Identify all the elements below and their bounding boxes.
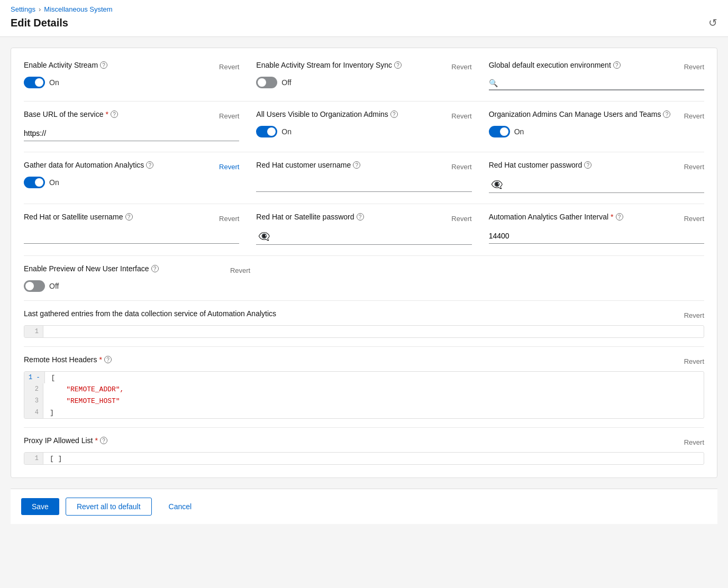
field-org-admins-manage: Organization Admins Can Manage Users and…: [489, 110, 704, 141]
revert-gather-interval[interactable]: Revert: [684, 215, 704, 223]
toggle-inventory-sync[interactable]: [256, 77, 277, 88]
revert-remote-host[interactable]: Revert: [684, 357, 704, 365]
info-icon-proxy-ip[interactable]: ?: [100, 437, 107, 444]
info-icon-org-admins[interactable]: ?: [663, 111, 670, 118]
revert-rh-username[interactable]: Revert: [451, 163, 471, 171]
toggle-password-visibility-sat[interactable]: 👁‍🗨: [256, 228, 272, 244]
info-icon-activity-stream[interactable]: ?: [100, 61, 107, 69]
revert-org-admins[interactable]: Revert: [684, 112, 704, 120]
revert-activity-stream[interactable]: Revert: [219, 63, 239, 71]
revert-base-url[interactable]: Revert: [219, 112, 239, 120]
revert-sat-username[interactable]: Revert: [219, 215, 239, 223]
revert-preview-ui[interactable]: Revert: [230, 267, 250, 274]
field-global-default-execution: Global default execution environment ? R…: [489, 61, 704, 90]
toggle-activity-stream[interactable]: [24, 77, 45, 88]
cancel-button[interactable]: Cancel: [158, 498, 203, 515]
toggle-preview-ui[interactable]: [24, 280, 45, 292]
info-icon-base-url[interactable]: ?: [111, 111, 118, 118]
field-enable-activity-stream: Enable Activity Stream ? Revert On: [24, 61, 239, 90]
rh-customer-username-input[interactable]: [256, 177, 471, 192]
info-icon-preview-ui[interactable]: ?: [151, 265, 159, 272]
field-all-users-visible: All Users Visible to Organization Admins…: [256, 110, 471, 141]
global-execution-input[interactable]: [500, 77, 704, 89]
info-icon-sat-username[interactable]: ?: [125, 213, 133, 221]
field-satellite-username: Red Hat or Satellite username ? Revert: [24, 213, 239, 245]
breadcrumb-current[interactable]: Miscellaneous System: [44, 5, 112, 13]
revert-rh-password[interactable]: Revert: [684, 163, 704, 171]
revert-last-gathered[interactable]: Revert: [684, 311, 704, 319]
field-gather-data: Gather data for Automation Analytics ? R…: [24, 161, 239, 193]
field-last-gathered-entries: Last gathered entries from the data coll…: [24, 309, 704, 338]
history-icon[interactable]: ↺: [708, 16, 717, 29]
form-footer: Save Revert all to default Cancel: [11, 489, 717, 524]
toggle-org-admins[interactable]: [489, 126, 510, 137]
satellite-password-input[interactable]: [272, 229, 471, 244]
revert-all-users[interactable]: Revert: [451, 112, 471, 120]
revert-sat-password[interactable]: Revert: [451, 215, 471, 223]
page-title: Edit Details: [11, 17, 68, 29]
info-icon-all-users[interactable]: ?: [390, 111, 398, 118]
field-satellite-password: Red Hat or Satellite password ? Revert 👁…: [256, 213, 471, 245]
page-header: Settings › Miscellaneous System Edit Det…: [0, 0, 728, 37]
breadcrumb-separator: ›: [39, 5, 41, 13]
info-icon-sat-password[interactable]: ?: [357, 213, 364, 221]
field-automation-gather-interval: Automation Analytics Gather Interval * ?…: [489, 213, 704, 245]
revert-global-execution[interactable]: Revert: [684, 63, 704, 71]
toggle-password-visibility-rh[interactable]: 👁‍🗨: [489, 177, 505, 192]
field-enable-activity-stream-inventory: Enable Activity Stream for Inventory Syn…: [256, 61, 471, 90]
rh-customer-password-input[interactable]: [505, 177, 704, 192]
info-icon-gather-interval[interactable]: ?: [616, 213, 623, 221]
search-icon: 🔍: [489, 79, 498, 87]
info-icon-rh-username[interactable]: ?: [353, 161, 360, 169]
field-enable-preview-new-ui: Enable Preview of New User Interface ? R…: [24, 264, 250, 292]
gather-interval-input[interactable]: [489, 228, 704, 244]
base-url-input[interactable]: [24, 126, 239, 141]
breadcrumb: Settings › Miscellaneous System: [11, 5, 717, 13]
info-icon-rh-password[interactable]: ?: [584, 161, 592, 169]
revert-gather-data[interactable]: Revert: [219, 163, 239, 171]
field-proxy-ip-allowed-list: Proxy IP Allowed List * ? Revert 1 [ ]: [24, 436, 704, 465]
toggle-gather-data[interactable]: [24, 177, 45, 188]
toggle-all-users[interactable]: [256, 126, 277, 137]
field-redhat-customer-password: Red Hat customer password ? Revert 👁‍🗨: [489, 161, 704, 193]
breadcrumb-parent[interactable]: Settings: [11, 5, 35, 13]
revert-proxy-ip[interactable]: Revert: [684, 438, 704, 446]
field-redhat-customer-username: Red Hat customer username ? Revert: [256, 161, 471, 193]
field-remote-host-headers: Remote Host Headers * ? Revert 1 - [ 2 "…: [24, 355, 704, 419]
info-icon-gather-data[interactable]: ?: [146, 161, 153, 169]
revert-all-button[interactable]: Revert all to default: [66, 498, 152, 516]
info-icon-global-execution[interactable]: ?: [613, 61, 621, 69]
info-icon-remote-host[interactable]: ?: [104, 356, 112, 363]
revert-inventory-sync[interactable]: Revert: [451, 63, 471, 71]
info-icon-inventory-sync[interactable]: ?: [394, 61, 402, 69]
last-gathered-editor[interactable]: 1: [24, 325, 704, 338]
satellite-username-input[interactable]: [24, 228, 239, 244]
remote-host-editor[interactable]: 1 - [ 2 "REMOTE_ADDR", 3 "REMOTE_HOST" 4…: [24, 371, 704, 419]
save-button[interactable]: Save: [21, 498, 59, 515]
field-base-url: Base URL of the service * ? Revert: [24, 110, 239, 141]
proxy-ip-editor[interactable]: 1 [ ]: [24, 452, 704, 465]
